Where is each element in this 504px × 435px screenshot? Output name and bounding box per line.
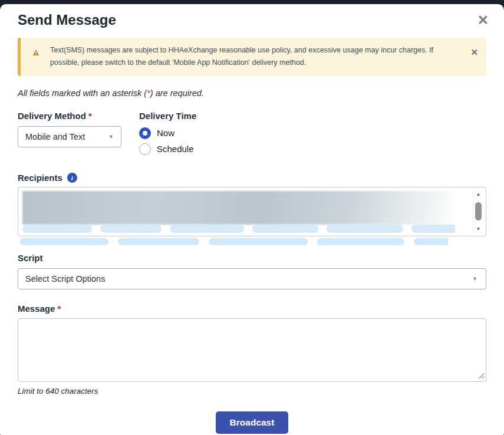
delivery-method-select[interactable]: Mobile and Text ▼ <box>18 126 121 147</box>
warning-icon: ▲ <box>31 48 41 57</box>
recipient-chip <box>209 238 308 245</box>
chevron-down-icon: ▼ <box>108 134 114 140</box>
required-note-suffix: ) are required. <box>150 88 204 98</box>
required-fields-note: All fields marked with an asterisk (*) a… <box>18 88 486 98</box>
info-icon[interactable]: i <box>67 173 77 183</box>
broadcast-button[interactable]: Broadcast <box>216 411 289 434</box>
close-icon[interactable]: ✕ <box>477 14 489 27</box>
recipient-chip <box>20 238 108 245</box>
scrollbar[interactable]: ▲ ▼ <box>473 190 483 233</box>
delivery-row: Delivery Method * Mobile and Text ▼ Deli… <box>18 111 486 157</box>
script-select[interactable]: Select Script Options ▼ <box>18 268 486 289</box>
footer-actions: Broadcast <box>0 411 504 434</box>
scroll-down-icon[interactable]: ▼ <box>473 226 483 232</box>
banner-close-icon[interactable]: ✕ <box>470 47 478 58</box>
delivery-time-field: Delivery Time Now Schedule <box>139 111 196 157</box>
recipients-list[interactable]: ▲ ▼ <box>18 187 486 236</box>
delivery-time-options: Now Schedule <box>139 125 196 157</box>
sms-warning-banner: ▲ Text(SMS) messages are subject to HHAe… <box>18 38 486 77</box>
required-asterisk: * <box>88 111 92 121</box>
delivery-method-value: Mobile and Text <box>25 132 85 141</box>
message-label: Message * <box>18 304 486 314</box>
radio-option-schedule[interactable]: Schedule <box>139 141 196 157</box>
script-label: Script <box>18 253 486 263</box>
radio-unselected-icon[interactable] <box>139 143 151 155</box>
script-select-value: Select Script Options <box>25 274 105 284</box>
recipients-field: Recipients i <box>18 173 486 183</box>
delivery-method-field: Delivery Method * Mobile and Text ▼ <box>18 111 139 157</box>
page-title: Send Message <box>18 12 116 28</box>
recipient-chip <box>414 238 448 245</box>
recipient-chip <box>252 225 318 233</box>
scroll-up-icon[interactable]: ▲ <box>473 192 483 197</box>
warning-text: Text(SMS) messages are subject to HHAeXc… <box>50 44 462 70</box>
delivery-method-label: Delivery Method * <box>18 111 139 121</box>
message-field <box>18 318 486 382</box>
radio-option-now[interactable]: Now <box>139 125 196 141</box>
required-asterisk: * <box>58 304 61 314</box>
recipients-label: Recipients <box>18 173 62 183</box>
recipient-chips-overflow-row <box>20 238 448 245</box>
recipients-redacted-blur <box>22 191 455 225</box>
character-limit-note: Limit to 640 characters <box>18 387 486 396</box>
radio-selected-icon[interactable] <box>139 127 151 139</box>
recipient-chip <box>100 225 162 233</box>
radio-schedule-label: Schedule <box>157 144 194 154</box>
recipient-chip <box>317 238 404 245</box>
modal-header: Send Message ✕ <box>0 4 504 28</box>
message-input[interactable] <box>18 318 486 382</box>
scrollbar-thumb[interactable] <box>475 202 482 220</box>
recipient-chip <box>170 225 244 233</box>
recipient-chip <box>327 225 403 233</box>
recipient-chips-row <box>22 225 455 233</box>
required-note-prefix: All fields marked with an asterisk ( <box>18 88 147 98</box>
recipient-chip <box>22 225 92 233</box>
radio-now-label: Now <box>157 128 174 138</box>
recipient-chip <box>118 238 199 245</box>
chevron-down-icon: ▼ <box>472 276 477 282</box>
delivery-time-label: Delivery Time <box>139 111 196 121</box>
resize-grip-icon[interactable] <box>478 373 484 378</box>
recipient-chip <box>411 225 455 233</box>
send-message-modal: Send Message ✕ ▲ Text(SMS) messages are … <box>0 4 504 435</box>
